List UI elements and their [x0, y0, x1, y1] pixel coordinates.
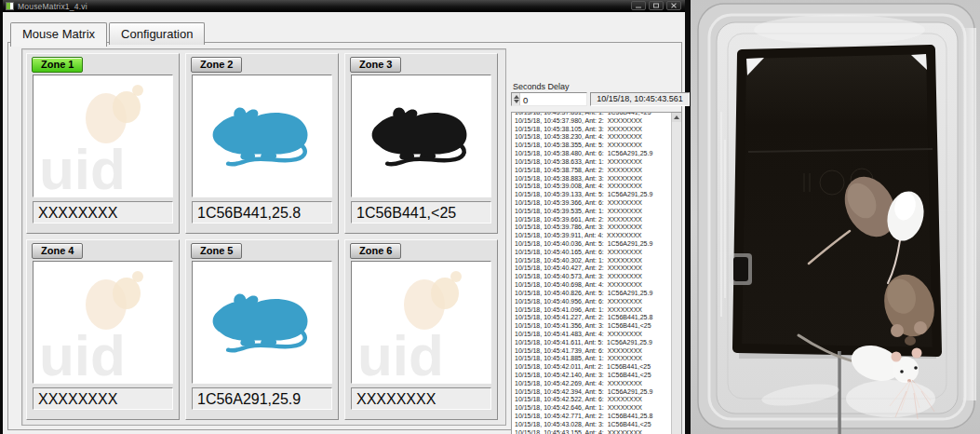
screen: MouseMatrix1_4.vi Mouse Matrix Configura… [0, 0, 980, 434]
log-line: 10/15/18, 10:45:38.480, Ant: 6: 1C56A291… [515, 150, 681, 158]
window-title: MouseMatrix1_4.vi [18, 2, 87, 11]
zone-image-2: uid [192, 75, 332, 197]
right-wall-reflection [960, 28, 976, 400]
zone-tab-4[interactable]: Zone 4 [32, 243, 83, 259]
log-line: 10/15/18, 10:45:39.133, Ant: 5: 1C56A291… [515, 191, 681, 199]
box-side-clip [730, 253, 752, 285]
zone-image-4: uid [33, 261, 173, 384]
zone-value-4: XXXXXXXX [33, 387, 173, 410]
zone-card-2: Zone 2 uid 1C56B441,25.8 [185, 53, 339, 234]
log-line: 10/15/18, 10:45:38.355, Ant: 5: XXXXXXXX [515, 142, 681, 150]
zone-card-3: Zone 3 uid 1C56B441,<25 [344, 53, 498, 234]
mice-cage-photo [691, 0, 980, 434]
zone-tab-2[interactable]: Zone 2 [191, 57, 242, 73]
log-listbox[interactable]: 10/15/18, 10:45:37.851, Ant: 1: 1C56B441… [511, 112, 682, 434]
tab-page: Zone 1 uid XXXXXXXX Zone 2 [7, 42, 682, 430]
log-line: 10/15/18, 10:45:40.573, Ant: 3: XXXXXXXX [515, 273, 681, 281]
log-line: 10/15/18, 10:45:41.227, Ant: 2: 1C56B441… [515, 314, 681, 322]
seconds-delay-value[interactable]: 0 [520, 93, 586, 105]
tab-strip: Mouse Matrix Configuration [10, 22, 207, 45]
zone-card-6: Zone 6 uid XXXXXXXX [344, 239, 498, 420]
zone-value-5: 1C56A291,25.9 [192, 387, 332, 410]
log-line: 10/15/18, 10:45:41.483, Ant: 4: XXXXXXXX [515, 331, 681, 339]
log-line: 10/15/18, 10:45:38.758, Ant: 2: XXXXXXXX [515, 167, 681, 175]
mouse-icon [361, 90, 480, 180]
log-line: 10/15/18, 10:45:41.356, Ant: 3: 1C56B441… [515, 322, 681, 331]
log-line: 10/15/18, 10:45:38.883, Ant: 3: XXXXXXXX [515, 175, 681, 183]
zone-tab-5[interactable]: Zone 5 [191, 243, 242, 259]
log-scrollbar[interactable] [671, 113, 681, 434]
svg-text:uid: uid [39, 323, 126, 384]
log-line: 10/15/18, 10:45:38.230, Ant: 4: XXXXXXXX [515, 133, 681, 142]
zone-tab-1[interactable]: Zone 1 [32, 57, 83, 73]
log-line: 10/15/18, 10:45:39.786, Ant: 3: XXXXXXXX [515, 224, 681, 232]
log-line: 10/15/18, 10:45:40.826, Ant: 5: 1C56A291… [515, 290, 681, 298]
log-line: 10/15/18, 10:45:37.980, Ant: 2: XXXXXXXX [515, 117, 681, 126]
timestamp-display: 10/15/18, 10:45:43.561 [590, 92, 690, 106]
log-line: 10/15/18, 10:45:39.366, Ant: 6: XXXXXXXX [515, 199, 681, 208]
log-line: 10/15/18, 10:45:43.155, Ant: 4: XXXXXXXX [515, 429, 681, 434]
log-line: 10/15/18, 10:45:39.661, Ant: 2: XXXXXXXX [515, 216, 681, 224]
seconds-delay-label: Seconds Delay [513, 82, 570, 91]
log-line: 10/15/18, 10:45:39.535, Ant: 1: XXXXXXXX [515, 208, 681, 216]
zone-image-6: uid [351, 261, 491, 384]
log-line: 10/15/18, 10:45:42.140, Ant: 3: 1C56B441… [515, 372, 681, 380]
log-line: 10/15/18, 10:45:43.028, Ant: 3: 1C56B441… [515, 421, 681, 429]
tab-configuration[interactable]: Configuration [109, 22, 205, 45]
uid-watermark: uid [34, 75, 172, 197]
log-line: 10/15/18, 10:45:39.008, Ant: 4: XXXXXXXX [515, 183, 681, 191]
log-line: 10/15/18, 10:45:42.771, Ant: 2: 1C56B441… [515, 413, 681, 421]
zone-image-5: uid [192, 261, 332, 384]
log-line: 10/15/18, 10:45:41.611, Ant: 5: 1C56A291… [515, 339, 681, 347]
log-line: 10/15/18, 10:45:42.394, Ant: 5: 1C56A291… [515, 388, 681, 397]
scroll-up-icon[interactable] [672, 113, 681, 122]
log-line: 10/15/18, 10:45:38.105, Ant: 3: XXXXXXXX [515, 126, 681, 134]
spinner-down-icon[interactable] [512, 100, 519, 106]
maximize-button[interactable] [649, 1, 664, 10]
log-line: 10/15/18, 10:45:38.633, Ant: 1: XXXXXXXX [515, 158, 681, 167]
title-bar[interactable]: MouseMatrix1_4.vi [3, 0, 685, 12]
log-line: 10/15/18, 10:45:41.739, Ant: 6: XXXXXXXX [515, 347, 681, 356]
zone-image-1: uid [33, 75, 173, 197]
minimize-icon [636, 7, 641, 8]
log-line: 10/15/18, 10:45:40.427, Ant: 2: XXXXXXXX [515, 264, 681, 273]
zone-value-2: 1C56B441,25.8 [192, 201, 332, 224]
zone-matrix-group: Zone 1 uid XXXXXXXX Zone 2 [21, 48, 506, 426]
close-icon [671, 3, 678, 9]
log-line: 10/15/18, 10:45:42.522, Ant: 6: XXXXXXXX [515, 396, 681, 404]
minimize-button[interactable] [631, 1, 646, 10]
photo-panel [691, 0, 980, 434]
log-line: 10/15/18, 10:45:40.956, Ant: 6: XXXXXXXX [515, 298, 681, 306]
zone-card-5: Zone 5 uid 1C56A291,25.9 [185, 239, 339, 420]
svg-text:uid: uid [39, 137, 126, 197]
log-line: 10/15/18, 10:45:42.646, Ant: 1: XXXXXXXX [515, 404, 681, 413]
maximize-icon [653, 4, 659, 8]
zone-tab-3[interactable]: Zone 3 [350, 57, 401, 73]
zone-card-1: Zone 1 uid XXXXXXXX [26, 53, 180, 234]
tab-mouse-matrix[interactable]: Mouse Matrix [10, 22, 107, 47]
log-line: 10/15/18, 10:45:40.036, Ant: 5: 1C56A291… [515, 240, 681, 249]
tub-top-highlight [754, 15, 925, 45]
app-window: MouseMatrix1_4.vi Mouse Matrix Configura… [0, 0, 691, 434]
mouse-icon [202, 90, 321, 180]
zone-value-3: 1C56B441,<25 [351, 201, 491, 224]
seconds-delay-input[interactable]: 0 [511, 92, 587, 106]
svg-text:uid: uid [357, 323, 444, 384]
log-line: 10/15/18, 10:45:41.096, Ant: 1: XXXXXXXX [515, 306, 681, 315]
log-line: 10/15/18, 10:45:39.911, Ant: 4: XXXXXXXX [515, 232, 681, 240]
zone-value-6: XXXXXXXX [351, 387, 491, 410]
log-line: 10/15/18, 10:45:40.165, Ant: 6: XXXXXXXX [515, 249, 681, 257]
log-line: 10/15/18, 10:45:40.698, Ant: 4: XXXXXXXX [515, 281, 681, 290]
uid-watermark: uid [352, 262, 490, 383]
zone-grid: Zone 1 uid XXXXXXXX Zone 2 [22, 49, 505, 424]
mouse-icon [202, 277, 321, 366]
zone-tab-6[interactable]: Zone 6 [350, 243, 401, 259]
close-button[interactable] [666, 1, 681, 10]
labview-app-icon [6, 2, 14, 10]
log-line: 10/15/18, 10:45:42.011, Ant: 2: 1C56B441… [515, 363, 681, 372]
log-list: 10/15/18, 10:45:37.851, Ant: 1: 1C56B441… [512, 112, 681, 434]
log-line: 10/15/18, 10:45:42.269, Ant: 4: XXXXXXXX [515, 380, 681, 388]
uid-watermark: uid [34, 262, 172, 383]
log-line: 10/15/18, 10:45:40.302, Ant: 1: XXXXXXXX [515, 257, 681, 265]
zone-card-4: Zone 4 uid XXXXXXXX [26, 239, 180, 420]
